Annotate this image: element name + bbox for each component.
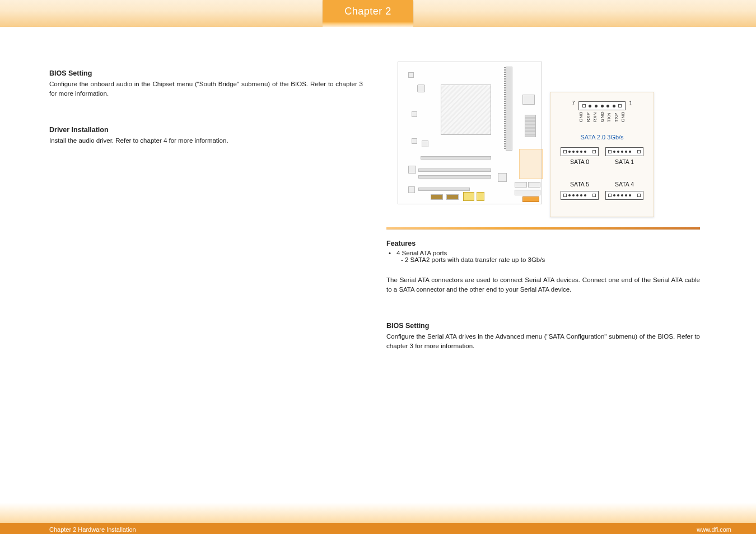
connector-icon	[446, 194, 459, 200]
paragraph-sata-bios: Configure the Serial ATA drives in the A…	[386, 332, 700, 350]
right-column: 7 1 GND RXP RXN GND TXN TXP GND SATA 2.0…	[386, 62, 700, 351]
pcie-slot-icon	[418, 188, 470, 191]
pin-number-7: 7	[572, 100, 575, 106]
sata-pin-labels: GND RXP RXN GND TXN TXP GND	[578, 111, 626, 122]
motherboard-outline	[398, 62, 542, 204]
pin-label: TXN	[606, 111, 612, 122]
feature-list: 4 Serial ATA ports	[386, 250, 700, 256]
chip-icon	[522, 95, 535, 105]
sata-speed-caption: SATA 2.0 3Gb/s	[550, 134, 654, 140]
sata-connector-4-icon	[605, 191, 643, 200]
pin-label: GND	[578, 111, 584, 122]
chip-icon	[412, 138, 417, 144]
sata-connector-1-icon	[605, 147, 643, 156]
pcie-slot-icon	[418, 175, 491, 179]
left-column: BIOS Setting Configure the onboard audio…	[49, 62, 363, 146]
footer-chapter-label: Chapter 2 Hardware Installation	[49, 526, 136, 533]
chip-icon	[412, 111, 417, 117]
chip-icon	[498, 173, 507, 182]
feature-sub-item: - 2 SATA2 ports with data transfer rate …	[401, 256, 700, 263]
pin-label: TXP	[614, 111, 619, 122]
chip-icon	[408, 72, 414, 78]
connector-icon	[515, 190, 540, 195]
heading-features: Features	[386, 240, 700, 247]
sata-area-highlight	[519, 149, 543, 179]
chip-icon	[422, 140, 428, 147]
cpu-socket-icon	[441, 85, 491, 135]
connector-icon	[431, 194, 443, 200]
heading-bios-setting-right: BIOS Setting	[386, 322, 700, 330]
pcie-slot-icon	[418, 168, 491, 172]
connector-icon	[528, 182, 540, 188]
chip-icon	[417, 85, 425, 92]
pin-label: GND	[620, 111, 626, 122]
chapter-tab: Chapter 2	[323, 0, 413, 22]
sata-detail-panel: 7 1 GND RXP RXN GND TXN TXP GND SATA 2.0…	[550, 92, 654, 217]
sata-label-0: SATA 0	[561, 158, 599, 165]
sata-label-4: SATA 4	[605, 181, 643, 188]
paragraph-driver-install: Install the audio driver. Refer to chapt…	[49, 136, 363, 146]
pin-label: GND	[600, 111, 605, 122]
pin-label: RXN	[592, 111, 598, 122]
sata-pin-header-icon	[578, 101, 626, 110]
chip-icon	[525, 115, 536, 137]
pin-label: RXP	[586, 111, 591, 122]
sata-connector-5-icon	[561, 191, 599, 200]
heading-bios-setting-left: BIOS Setting	[49, 69, 363, 77]
connector-icon	[463, 192, 474, 201]
chapter-tab-shadow	[323, 22, 413, 27]
heading-driver-installation: Driver Installation	[49, 126, 363, 134]
section-divider	[386, 227, 700, 229]
connector-icon	[477, 192, 484, 201]
ram-slot-icon	[506, 67, 512, 151]
connector-icon	[522, 196, 539, 202]
chip-icon	[408, 166, 416, 174]
sata-diagram: 7 1 GND RXP RXN GND TXN TXP GND SATA 2.0…	[398, 62, 655, 218]
pin-number-1: 1	[629, 100, 632, 106]
sata-label-1: SATA 1	[605, 158, 643, 165]
pcie-slot-icon	[421, 156, 491, 160]
sata-connector-0-icon	[561, 147, 599, 156]
sata-label-5: SATA 5	[561, 181, 599, 188]
paragraph-sata-description: The Serial ATA connectors are used to co…	[386, 275, 700, 294]
paragraph-bios-audio: Configure the onboard audio in the Chips…	[49, 79, 363, 98]
feature-item: 4 Serial ATA ports	[386, 250, 700, 256]
connector-icon	[515, 182, 527, 188]
footer-url: www.dfi.com	[697, 526, 731, 533]
chip-icon	[408, 186, 415, 193]
